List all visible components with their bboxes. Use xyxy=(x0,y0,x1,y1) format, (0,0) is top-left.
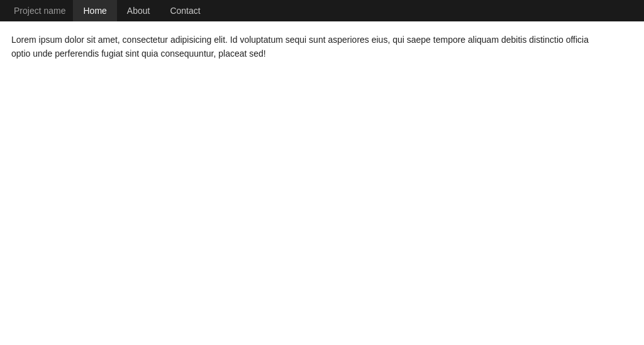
nav-items: Home About Contact xyxy=(73,0,210,21)
nav-item-home[interactable]: Home xyxy=(73,0,116,21)
navbar: Project name Home About Contact xyxy=(0,0,644,21)
body-paragraph: Lorem ipsum dolor sit amet, consectetur … xyxy=(11,33,590,61)
nav-item-about[interactable]: About xyxy=(117,0,160,21)
main-content: Lorem ipsum dolor sit amet, consectetur … xyxy=(0,21,644,61)
nav-brand: Project name xyxy=(6,0,73,21)
nav-item-contact[interactable]: Contact xyxy=(160,0,210,21)
